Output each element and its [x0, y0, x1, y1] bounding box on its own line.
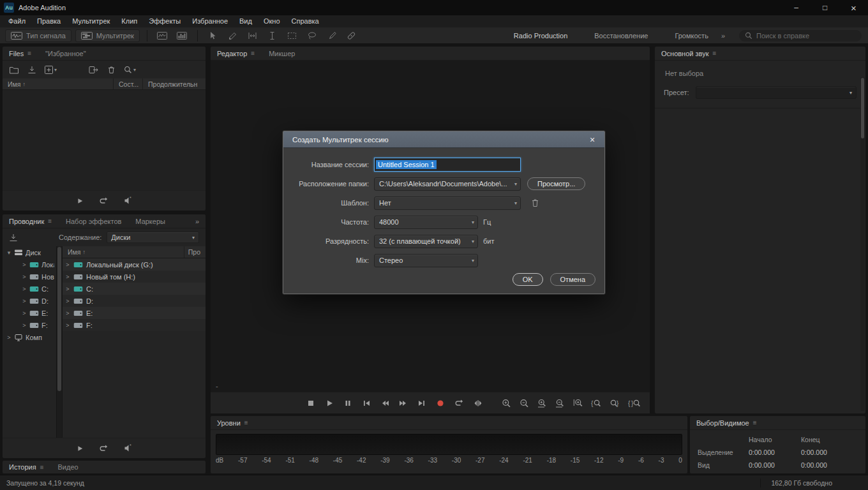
drive-row[interactable]: > C: [63, 283, 206, 295]
maximize-button[interactable]: □ [811, 0, 839, 15]
paintbrush-selection-tool-icon[interactable] [324, 29, 340, 42]
menu-item[interactable]: Клип [116, 15, 143, 27]
content-filter-select[interactable]: Диски ▾ [107, 232, 199, 243]
zoom-in-horizontal-button[interactable] [537, 399, 547, 408]
tree-scrollbar[interactable] [56, 246, 63, 438]
move-tool-icon[interactable] [205, 29, 221, 42]
rewind-button[interactable] [380, 399, 389, 408]
menu-item[interactable]: Эффекты [143, 15, 186, 27]
play-button[interactable] [325, 399, 334, 408]
panel-tab[interactable]: Проводник ≡ [9, 218, 52, 225]
panel-menu-icon[interactable]: ≡ [244, 419, 248, 426]
zoom-in-button[interactable] [502, 399, 511, 408]
bit-depth-select[interactable]: 32 (с плавающей точкой) ▾ [374, 235, 478, 248]
panel-tab[interactable]: "Избранное" ≡ [45, 50, 86, 57]
pause-button[interactable] [343, 399, 352, 408]
panel-tab[interactable]: Основной звук ≡ [661, 50, 716, 57]
files-list[interactable] [3, 90, 206, 190]
panel-overflow-icon[interactable]: » [191, 218, 199, 225]
selection-end-value[interactable]: 0:00.000 [801, 449, 853, 456]
level-meter[interactable] [216, 434, 682, 455]
drive-row[interactable]: > E: [63, 307, 206, 319]
panel-tab[interactable]: Уровни ≡ [217, 419, 248, 427]
stop-button[interactable] [306, 399, 315, 408]
lasso-selection-tool-icon[interactable] [304, 29, 320, 42]
chevron-right-icon[interactable]: > [6, 334, 11, 341]
session-name-input[interactable]: Untitled Session 1 [374, 158, 521, 172]
tree-drive-row[interactable]: > Локальный диск (G:) [3, 258, 56, 271]
chevron-right-icon[interactable]: > [22, 322, 27, 329]
template-select[interactable]: Нет ▾ [374, 197, 521, 210]
auto-play-speaker-button[interactable]: * [124, 444, 133, 452]
delete-template-icon[interactable] [531, 198, 539, 207]
menu-item[interactable]: Мультитрек [66, 15, 116, 27]
time-selection-tool-icon[interactable] [264, 29, 280, 42]
loop-playback-button[interactable] [99, 197, 108, 205]
multitrack-view-button[interactable]: Мультитрек [75, 29, 140, 42]
sample-rate-select[interactable]: 48000 ▾ [374, 216, 478, 229]
panel-tab[interactable]: Микшер ≡ [269, 50, 295, 57]
chevron-right-icon[interactable]: > [65, 322, 70, 329]
menu-item[interactable]: Окно [258, 15, 286, 27]
zoom-to-selection-button[interactable]: {} [628, 399, 641, 408]
folder-location-select[interactable]: C:\Users\Aleksandr\Documents\Adobe\... ▾ [374, 177, 521, 191]
play-button[interactable] [76, 445, 84, 452]
chevron-right-icon[interactable]: > [22, 310, 27, 316]
tree-root-computer[interactable]: > Комп [3, 331, 56, 343]
menu-item[interactable]: Правка [31, 15, 66, 27]
panel-menu-icon[interactable]: ≡ [48, 218, 52, 225]
open-file-icon[interactable] [9, 66, 19, 74]
panel-scrollbar[interactable] [860, 77, 865, 411]
record-button[interactable] [436, 399, 445, 408]
razor-tool-icon[interactable] [225, 29, 241, 42]
insert-into-multitrack-icon[interactable] [89, 66, 99, 74]
mix-select[interactable]: Стерео ▾ [374, 254, 478, 267]
workspace-tab[interactable]: Восстановление [594, 32, 648, 40]
dialog-titlebar[interactable]: Создать Мультитрек сессию × [283, 131, 604, 148]
slip-tool-icon[interactable] [244, 29, 260, 42]
drive-row[interactable]: > Новый том (H:) [63, 271, 206, 283]
zoom-selection-right-button[interactable]: } [610, 399, 620, 408]
skip-to-end-button[interactable] [417, 399, 426, 408]
menu-item[interactable]: Файл [3, 15, 31, 27]
selection-end-value[interactable]: 0:00.000 [801, 461, 853, 469]
menu-item[interactable]: Вид [234, 15, 258, 27]
chevron-right-icon[interactable]: > [22, 298, 27, 304]
spot-healing-brush-tool-icon[interactable] [343, 29, 359, 42]
loop-playback-button[interactable] [454, 399, 464, 407]
import-file-icon[interactable] [27, 66, 36, 74]
zoom-out-horizontal-button[interactable] [555, 399, 565, 408]
selection-start-value[interactable]: 0:00.000 [749, 449, 801, 456]
panel-menu-icon[interactable]: ≡ [27, 50, 31, 57]
spectral-display-toggle-icon[interactable] [174, 29, 190, 42]
drive-row[interactable]: > Локальный диск (G:) [63, 258, 206, 271]
auto-play-speaker-button[interactable]: * [124, 197, 133, 205]
workspace-overflow-icon[interactable]: » [721, 32, 725, 40]
panel-tab[interactable]: Маркеры ≡ [135, 218, 165, 225]
files-column-header[interactable]: Имя↑ Сост... Продолжительн [3, 78, 206, 90]
import-icon[interactable] [9, 234, 18, 242]
panel-tab[interactable]: Files ≡ [9, 50, 31, 57]
move-playhead-button[interactable] [474, 399, 483, 408]
cancel-button[interactable]: Отмена [550, 273, 595, 286]
loop-playback-button[interactable] [99, 444, 108, 452]
delete-icon[interactable] [107, 66, 116, 74]
tree-drive-row[interactable]: > E: [3, 307, 56, 319]
tree-drive-row[interactable]: > F: [3, 319, 56, 331]
chevron-right-icon[interactable]: > [65, 286, 70, 292]
tree-drive-row[interactable]: > Новый том (H:) [3, 271, 56, 283]
panel-menu-icon[interactable]: ≡ [712, 50, 716, 57]
search-files-icon[interactable]: ▾ [124, 66, 136, 74]
panel-menu-icon[interactable]: ≡ [40, 464, 44, 471]
close-button[interactable]: × [839, 0, 868, 15]
drive-row[interactable]: > D: [63, 295, 206, 307]
zoom-out-button[interactable] [520, 399, 529, 408]
panel-tab[interactable]: Набор эффектов ≡ [66, 218, 121, 225]
chevron-right-icon[interactable]: > [22, 262, 27, 268]
panel-tab[interactable]: Редактор ≡ [217, 50, 255, 57]
chevron-expanded-icon[interactable]: ▾ [6, 249, 11, 256]
scrollbar-thumb[interactable] [861, 78, 864, 138]
selection-start-value[interactable]: 0:00.000 [749, 461, 801, 469]
new-item-icon[interactable]: ▾ [45, 66, 57, 74]
drive-row[interactable]: > F: [63, 319, 206, 331]
